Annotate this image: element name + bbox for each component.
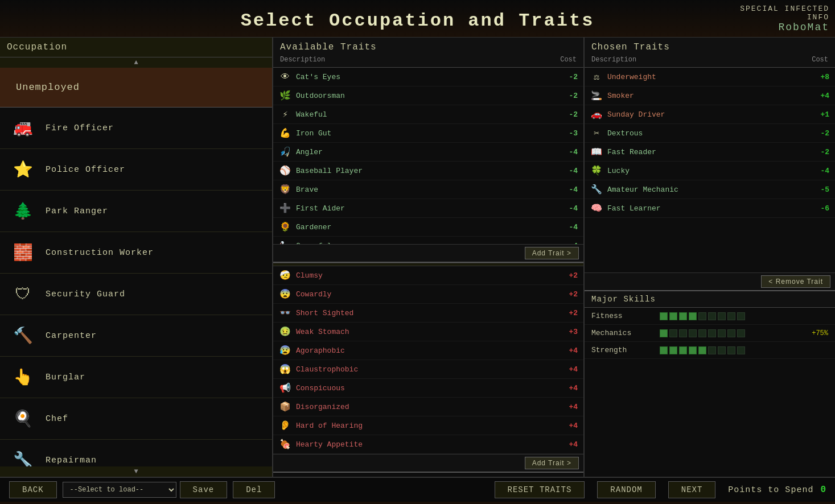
trait-cost: +4 <box>569 384 578 393</box>
chosen-cost: +4 <box>820 92 829 100</box>
trait-name: Baseball Player <box>296 167 569 175</box>
major-skills-section: Major Skills FitnessMechanics+75%Strengt… <box>585 291 835 359</box>
chosen-item-fast-learner[interactable]: 🧠Fast Learner-6 <box>585 199 835 218</box>
chosen-name: Smoker <box>607 92 820 100</box>
skill-pip <box>698 329 706 337</box>
trait-name: Gardener <box>296 223 569 232</box>
back-button[interactable]: BACK <box>9 481 57 498</box>
chosen-item-underweight[interactable]: ⚖Underweight+8 <box>585 68 835 86</box>
occ-item-burglar[interactable]: 👆Burglar <box>0 357 272 398</box>
skill-pip <box>718 329 726 337</box>
occ-icon-carpenter: 🔨 <box>8 321 38 350</box>
random-button[interactable]: RANDOM <box>597 481 655 498</box>
occ-item-park-ranger[interactable]: 🌲Park Ranger <box>0 191 272 232</box>
pos-trait-brave[interactable]: 🦁Brave-4 <box>273 180 583 199</box>
neg-trait-disorganized[interactable]: 📦Disorganized+4 <box>273 398 583 416</box>
neg-trait-cowardly[interactable]: 😨Cowardly+2 <box>273 285 583 304</box>
chosen-name: Fast Reader <box>607 148 820 156</box>
chosen-item-dextrous[interactable]: ✂Dextrous-2 <box>585 124 835 143</box>
trait-cost: +4 <box>569 403 578 411</box>
chosen-name: Lucky <box>607 167 820 175</box>
next-button[interactable]: NEXT <box>668 481 716 498</box>
add-trait-top-button[interactable]: Add Trait > <box>525 247 579 259</box>
trait-cost: -2 <box>569 110 578 119</box>
pos-trait-graceful[interactable]: 🦢Graceful-4 <box>273 237 583 244</box>
chosen-icon: 🧠 <box>590 202 603 214</box>
col-description: Description <box>280 56 325 64</box>
trait-icon: 🦢 <box>279 239 291 244</box>
skill-pip <box>718 312 726 320</box>
add-trait-bottom-button[interactable]: Add Trait > <box>525 457 579 469</box>
occ-scroll-up[interactable]: ▲ <box>0 57 272 68</box>
skill-pip <box>727 312 735 320</box>
chosen-item-fast-reader[interactable]: 📖Fast Reader-2 <box>585 143 835 162</box>
trait-icon: 😨 <box>279 288 291 300</box>
save-button[interactable]: Save <box>180 481 228 498</box>
add-trait-bottom-area: Add Trait > <box>273 454 583 473</box>
occ-item-fire-officer[interactable]: 🚒Fire Officer <box>0 108 272 149</box>
reset-traits-button[interactable]: RESET TRAITS <box>495 481 585 498</box>
neg-trait-claustrophobic[interactable]: 😱Claustrophobic+4 <box>273 360 583 379</box>
neg-trait-weak-stomach[interactable]: 🤢Weak Stomach+3 <box>273 323 583 341</box>
occ-icon-park-ranger: 🌲 <box>8 196 38 226</box>
skill-pip <box>727 346 735 354</box>
occ-item-repairman[interactable]: 🔧Repairman <box>0 440 272 466</box>
neg-trait-hard-of-hearing[interactable]: 👂Hard of Hearing+4 <box>273 416 583 435</box>
pos-trait-gardener[interactable]: 🌻Gardener-4 <box>273 218 583 237</box>
occ-item-police-officer[interactable]: ⭐Police Officer <box>0 149 272 191</box>
traits-col-headers: Description Cost <box>280 55 577 65</box>
pos-trait-first-aider[interactable]: ➕First Aider-4 <box>273 199 583 218</box>
chosen-icon: 🚬 <box>590 89 603 102</box>
neg-trait-clumsy[interactable]: 🤕Clumsy+2 <box>273 266 583 285</box>
skill-pip <box>708 346 716 354</box>
occ-name-repairman: Repairman <box>46 456 97 465</box>
skill-pip <box>669 329 677 337</box>
remove-trait-button[interactable]: < Remove Trait <box>761 275 830 288</box>
traits-panel: Available Traits Description Cost 👁Cat's… <box>273 38 585 477</box>
pos-trait-baseball-player[interactable]: ⚾Baseball Player-4 <box>273 162 583 180</box>
occ-item-construction-worker[interactable]: 🧱Construction Worker <box>0 232 272 274</box>
chosen-icon: 🚗 <box>590 108 603 121</box>
chosen-item-smoker[interactable]: 🚬Smoker+4 <box>585 86 835 105</box>
neg-trait-agoraphobic[interactable]: 😰Agoraphobic+4 <box>273 341 583 360</box>
trait-name: First Aider <box>296 204 569 213</box>
pos-trait-cat's-eyes[interactable]: 👁Cat's Eyes-2 <box>273 68 583 86</box>
occ-item-chef[interactable]: 🍳Chef <box>0 398 272 440</box>
del-button[interactable]: Del <box>233 481 275 498</box>
bottom-bar: BACK --Select to load-- Save Del RESET T… <box>0 477 835 502</box>
occ-item-security-guard[interactable]: 🛡Security Guard <box>0 274 272 315</box>
trait-icon: ⚡ <box>279 108 291 121</box>
skill-pip <box>679 346 687 354</box>
chosen-item-lucky[interactable]: 🍀Lucky-4 <box>585 162 835 180</box>
trait-name: Conspicuous <box>296 384 569 393</box>
pos-trait-angler[interactable]: 🎣Angler-4 <box>273 143 583 162</box>
remove-trait-area: < Remove Trait <box>585 272 835 291</box>
trait-icon: 🤢 <box>279 325 291 338</box>
pos-trait-iron-gut[interactable]: 💪Iron Gut-3 <box>273 124 583 143</box>
occ-item-unemployed[interactable]: Unemployed <box>0 68 272 108</box>
chosen-icon: 🔧 <box>590 183 603 196</box>
occ-item-carpenter[interactable]: 🔨Carpenter <box>0 315 272 357</box>
neg-trait-hearty-appetite[interactable]: 🍖Hearty Appetite+4 <box>273 435 583 454</box>
pos-trait-outdoorsman[interactable]: 🌿Outdoorsman-2 <box>273 86 583 105</box>
trait-cost: +4 <box>569 422 578 430</box>
skill-pip <box>698 312 706 320</box>
points-to-spend-label: Points to Spend <box>728 485 813 495</box>
skill-pip <box>679 312 687 320</box>
trait-cost: +4 <box>569 365 578 374</box>
neg-trait-short-sighted[interactable]: 👓Short Sighted+2 <box>273 304 583 323</box>
skill-pip <box>727 329 735 337</box>
trait-name: Hearty Appetite <box>296 440 569 449</box>
skill-pip <box>737 312 745 320</box>
pos-trait-wakeful[interactable]: ⚡Wakeful-2 <box>273 105 583 124</box>
trait-cost: +4 <box>569 440 578 449</box>
trait-icon: 😰 <box>279 344 291 357</box>
occ-scroll-down[interactable]: ▼ <box>0 466 272 477</box>
chosen-item-sunday-driver[interactable]: 🚗Sunday Driver+1 <box>585 105 835 124</box>
chosen-traits-list: ⚖Underweight+8🚬Smoker+4🚗Sunday Driver+1✂… <box>585 68 835 272</box>
page-title: Select Occupation and Traits <box>0 10 835 31</box>
neg-trait-conspicuous[interactable]: 📢Conspicuous+4 <box>273 379 583 398</box>
occ-name-unemployed: Unemployed <box>16 82 80 93</box>
chosen-item-amateur-mechanic[interactable]: 🔧Amateur Mechanic-5 <box>585 180 835 199</box>
load-select[interactable]: --Select to load-- <box>63 482 176 498</box>
